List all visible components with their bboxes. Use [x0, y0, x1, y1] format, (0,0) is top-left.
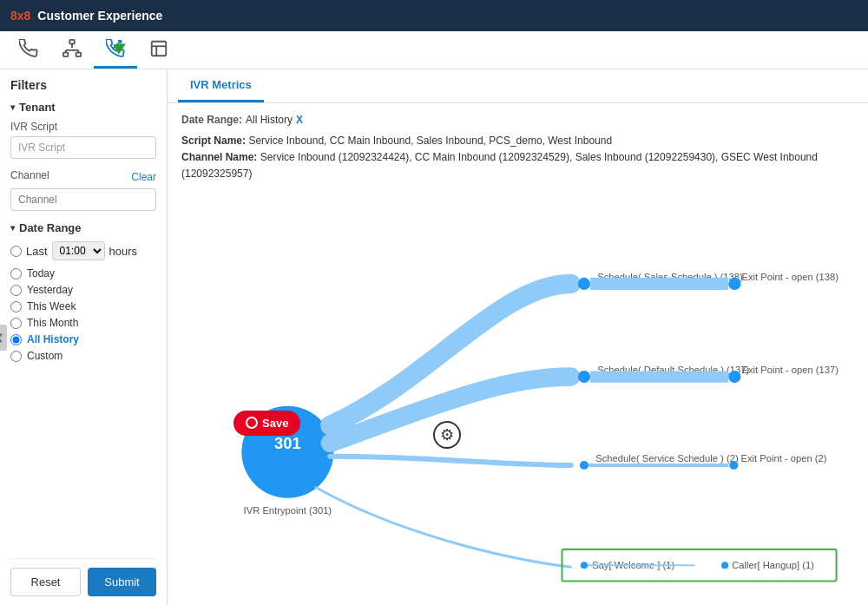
last-label: Last — [26, 245, 48, 258]
settings-icon-btn[interactable]: ⚙ — [433, 421, 461, 449]
radio-all-history[interactable] — [10, 334, 22, 345]
node-caller-hangup-label: Caller[ Hangup] (1) — [732, 560, 814, 570]
this-month-label: This Month — [27, 317, 78, 329]
flow-container: Save ⚙ 301 IVR Entrypoint (301) — [181, 195, 854, 605]
node-exit-sales-dot — [728, 277, 740, 289]
hours-select[interactable]: 01:00 — [52, 241, 105, 260]
tenant-label: Tenant — [19, 101, 56, 114]
all-history-label: All History — [27, 333, 79, 345]
sidebar: ❮ Filters ▾ Tenant IVR Script IVR Script… — [0, 69, 168, 605]
entrypoint-count: 301 — [274, 433, 301, 451]
sidebar-title: Filters — [10, 78, 156, 92]
script-info: Script Name: Service Inbound, CC Main In… — [181, 133, 854, 183]
filter-bar-value: All History — [246, 114, 293, 126]
entrypoint-label: IVR Entrypoint (301) — [244, 505, 332, 516]
node-exit-default-label: Exit Point - open (137) — [741, 364, 838, 374]
radio-yesterday[interactable] — [10, 285, 22, 296]
node-schedule-sales-dot — [578, 277, 590, 289]
radio-last[interactable] — [10, 246, 22, 257]
save-label: Save — [262, 417, 288, 430]
ivr-script-label: IVR Script — [10, 121, 156, 133]
node-exit-service-label: Exit Point - open (2) — [740, 452, 826, 463]
channel-name-label: Channel Name: — [181, 151, 257, 163]
this-week-label: This Week — [27, 300, 76, 312]
node-exit-service-dot — [729, 460, 738, 469]
date-radio-group: Last 01:00 hours Today Yesterday This We… — [10, 241, 156, 366]
channel-label: Channel — [10, 169, 49, 181]
radio-all-history-item: All History — [10, 333, 156, 345]
node-exit-default-dot — [728, 370, 740, 382]
ivr-content: Date Range: All History X Script Name: S… — [168, 103, 868, 605]
sidebar-collapse-handle[interactable]: ❮ — [0, 325, 7, 351]
node-exit-sales-label: Exit Point - open (138) — [741, 271, 838, 281]
flow-svg: 301 IVR Entrypoint (301) Schedule( Sales… — [181, 195, 854, 605]
date-range-chevron: ▾ — [10, 223, 15, 233]
tenant-section-header[interactable]: ▾ Tenant — [10, 101, 156, 114]
submit-button[interactable]: Submit — [88, 568, 156, 596]
radio-this-month[interactable] — [10, 318, 22, 329]
channel-input[interactable] — [10, 188, 156, 211]
svg-rect-2 — [76, 53, 82, 57]
node-schedule-service-dot — [580, 460, 589, 469]
radio-today[interactable] — [10, 268, 22, 279]
node-schedule-service-label: Schedule( Service Schedule ) (2) — [595, 452, 739, 463]
radio-yesterday-item: Yesterday — [10, 284, 156, 296]
content-tabs: IVR Metrics — [168, 69, 868, 103]
tab-ivr-metrics[interactable]: IVR Metrics — [178, 69, 264, 102]
script-name-value: Service Inbound, CC Main Inbound, Sales … — [248, 135, 612, 147]
svg-rect-8 — [152, 42, 167, 56]
radio-this-month-item: This Month — [10, 317, 156, 329]
sidebar-footer: Reset Submit — [10, 558, 156, 596]
last-hours-row: Last 01:00 hours — [10, 241, 156, 260]
radio-custom[interactable] — [10, 351, 22, 362]
date-range-label: Date Range — [19, 221, 82, 234]
radio-this-week[interactable] — [10, 301, 22, 312]
radio-today-item: Today — [10, 267, 156, 279]
tab-reports[interactable] — [137, 31, 181, 69]
settings-icon: ⚙ — [440, 425, 454, 444]
channel-name-value: Service Inbound (12092324424), CC Main I… — [181, 151, 818, 180]
clear-link[interactable]: Clear — [131, 171, 156, 183]
radio-this-week-item: This Week — [10, 300, 156, 312]
node-caller-hangup-dot — [721, 562, 728, 569]
custom-label: Custom — [27, 350, 62, 362]
radio-custom-item: Custom — [10, 350, 156, 362]
nav-tabs-bar: ► — [0, 31, 868, 69]
app-title: Customer Experience — [37, 9, 162, 23]
svg-rect-1 — [63, 53, 69, 57]
hours-label: hours — [109, 245, 138, 258]
yesterday-label: Yesterday — [27, 284, 73, 296]
svg-rect-0 — [69, 40, 75, 44]
ivr-script-select[interactable]: IVR Script — [10, 136, 156, 159]
content-area: IVR Metrics Date Range: All History X Sc… — [168, 69, 868, 605]
brand-logo: 8x8 — [10, 9, 30, 23]
date-range-section-header[interactable]: ▾ Date Range — [10, 221, 156, 234]
filter-close-btn[interactable]: X — [296, 114, 303, 126]
filter-bar: Date Range: All History X — [181, 114, 854, 126]
save-button[interactable]: Save — [233, 411, 300, 436]
save-icon — [246, 417, 258, 429]
tab-org[interactable] — [50, 31, 94, 69]
reset-button[interactable]: Reset — [10, 568, 81, 596]
script-name-label: Script Name: — [181, 135, 246, 147]
node-schedule-default-dot — [578, 370, 590, 382]
main-layout: ❮ Filters ▾ Tenant IVR Script IVR Script… — [0, 69, 868, 605]
tab-calls[interactable] — [7, 31, 50, 69]
tenant-chevron: ▾ — [10, 102, 15, 112]
today-label: Today — [27, 267, 55, 279]
filter-bar-label: Date Range: — [181, 114, 242, 126]
top-bar: 8x8 Customer Experience — [0, 0, 868, 31]
node-say-welcome-dot — [581, 562, 588, 569]
